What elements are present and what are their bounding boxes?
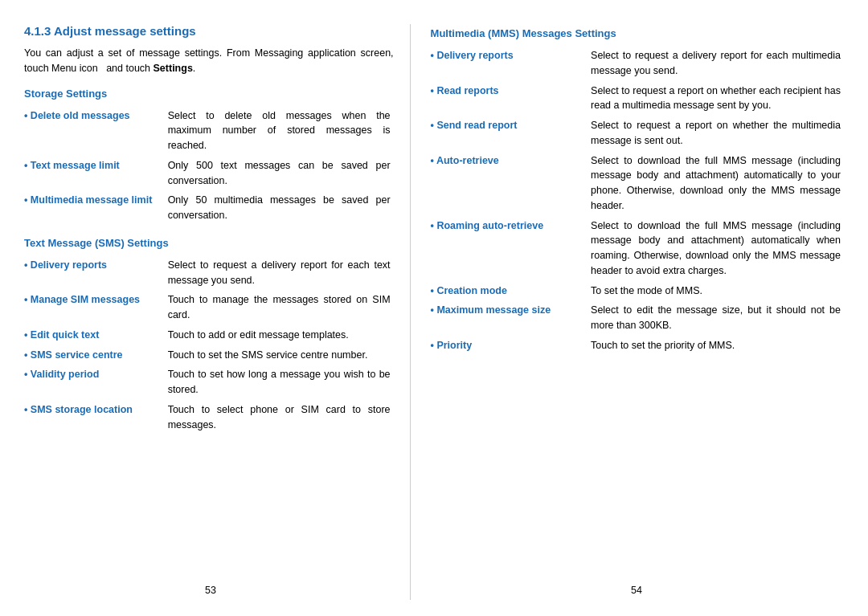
setting-label: Maximum message size	[431, 300, 588, 336]
setting-label: Auto-retrieve	[431, 151, 588, 216]
right-page: Multimedia (MMS) Messages Settings Deliv…	[411, 24, 852, 600]
table-row: Delivery reportsSelect to request a deli…	[24, 255, 394, 291]
table-row: SMS service centreTouch to set the SMS s…	[24, 345, 394, 365]
setting-label: Read reports	[431, 81, 588, 116]
setting-label: Roaming auto-retrieve	[431, 216, 588, 281]
table-row: Roaming auto-retrieveSelect to download …	[431, 216, 844, 281]
setting-label: Delete old messages	[24, 106, 165, 156]
setting-desc: Touch to set the SMS service centre numb…	[165, 345, 394, 365]
setting-label: Edit quick text	[24, 325, 165, 345]
storage-settings-table: Delete old messagesSelect to delete old …	[24, 106, 394, 226]
intro-paragraph: You can adjust a set of message settings…	[24, 46, 394, 76]
table-row: Delete old messagesSelect to delete old …	[24, 106, 394, 156]
setting-label: SMS storage location	[24, 400, 165, 435]
settings-bold: Settings	[154, 63, 193, 74]
table-row: Multimedia message limitOnly 50 multimed…	[24, 190, 394, 226]
mms-settings-table: Delivery reportsSelect to request a deli…	[431, 46, 844, 356]
setting-desc: Touch to set how long a message you wish…	[165, 365, 394, 400]
setting-desc: Select to download the full MMS message …	[588, 151, 844, 216]
table-row: Auto-retrieveSelect to download the full…	[431, 151, 844, 216]
table-row: Edit quick textTouch to add or edit mess…	[24, 325, 394, 345]
table-row: Text message limitOnly 500 text messages…	[24, 156, 394, 191]
setting-label: Delivery reports	[24, 255, 165, 291]
table-row: Delivery reportsSelect to request a deli…	[431, 46, 844, 81]
chapter-title: 4.1.3 Adjust message settings	[24, 24, 394, 38]
setting-desc: Select to edit the message size, but it …	[588, 300, 844, 336]
setting-desc: Select to request a report on whether ea…	[588, 81, 844, 116]
setting-label: Delivery reports	[431, 46, 588, 81]
setting-label: Creation mode	[431, 281, 588, 301]
left-page: 4.1.3 Adjust message settings You can ad…	[16, 24, 411, 600]
setting-desc: To set the mode of MMS.	[588, 281, 844, 301]
table-row: Validity periodTouch to set how long a m…	[24, 365, 394, 400]
setting-desc: Only 50 multimedia messages be saved per…	[165, 190, 394, 226]
table-row: PriorityTouch to set the priority of MMS…	[431, 336, 844, 356]
table-row: Read reportsSelect to request a report o…	[431, 81, 844, 116]
setting-label: Send read report	[431, 116, 588, 151]
table-row: SMS storage locationTouch to select phon…	[24, 400, 394, 435]
setting-label: Manage SIM messages	[24, 290, 165, 325]
setting-label: Priority	[431, 336, 588, 356]
mms-section-title: Multimedia (MMS) Messages Settings	[431, 27, 844, 39]
page-container: 4.1.3 Adjust message settings You can ad…	[0, 0, 868, 616]
setting-desc: Touch to manage the messages stored on S…	[165, 290, 394, 325]
setting-desc: Touch to select phone or SIM card to sto…	[165, 400, 394, 435]
setting-desc: Select to download the full MMS message …	[588, 216, 844, 281]
left-page-number: 53	[205, 585, 216, 596]
setting-desc: Select to request a report on whether th…	[588, 116, 844, 151]
table-row: Manage SIM messagesTouch to manage the m…	[24, 290, 394, 325]
table-row: Send read reportSelect to request a repo…	[431, 116, 844, 151]
setting-label: Multimedia message limit	[24, 190, 165, 226]
setting-label: Text message limit	[24, 156, 165, 191]
sms-settings-table: Delivery reportsSelect to request a deli…	[24, 255, 394, 435]
setting-desc: Touch to add or edit message templates.	[165, 325, 394, 345]
table-row: Maximum message sizeSelect to edit the m…	[431, 300, 844, 336]
storage-section-title: Storage Settings	[24, 88, 394, 100]
setting-desc: Select to request a delivery report for …	[588, 46, 844, 81]
setting-desc: Select to delete old messages when the m…	[165, 106, 394, 156]
right-page-number: 54	[631, 585, 642, 596]
table-row: Creation modeTo set the mode of MMS.	[431, 281, 844, 301]
setting-desc: Only 500 text messages can be saved per …	[165, 156, 394, 191]
setting-label: SMS service centre	[24, 345, 165, 365]
sms-section-title: Text Message (SMS) Settings	[24, 237, 394, 249]
setting-label: Validity period	[24, 365, 165, 400]
setting-desc: Touch to set the priority of MMS.	[588, 336, 844, 356]
setting-desc: Select to request a delivery report for …	[165, 255, 394, 291]
